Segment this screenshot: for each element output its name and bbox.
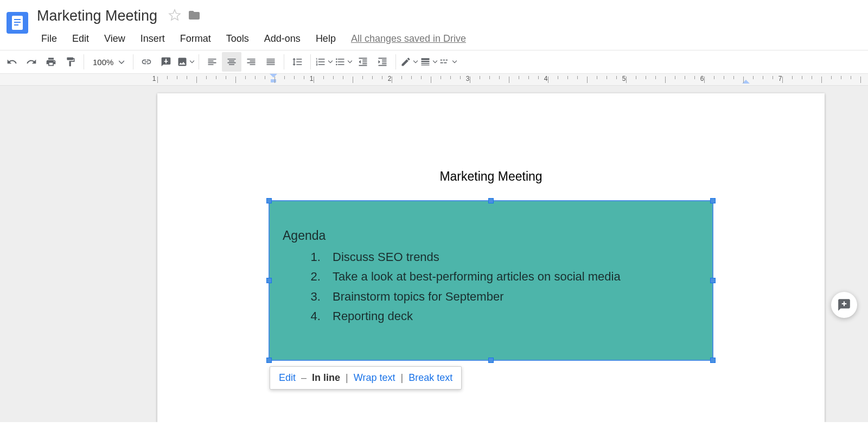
page-title: Marketing Meeting	[212, 169, 770, 184]
menu-help[interactable]: Help	[308, 30, 343, 48]
left-indent-marker[interactable]	[270, 74, 277, 84]
ruler-number: 6	[700, 75, 704, 82]
list-item: Brainstorm topics for September	[324, 287, 699, 307]
resize-handle[interactable]	[488, 198, 494, 203]
svg-rect-8	[446, 60, 448, 61]
ruler-number: 1	[310, 75, 314, 82]
ruler-number: 3	[466, 75, 470, 82]
header-main: Marketing Meeting File Edit View Insert …	[34, 4, 868, 50]
agenda-label: Agenda	[283, 228, 699, 243]
undo-button[interactable]	[2, 52, 22, 72]
ruler[interactable]: 1 1 2 3 4 5 6 7	[0, 74, 868, 86]
ruler-number: 7	[778, 75, 782, 82]
resize-handle[interactable]	[488, 358, 494, 363]
title-row: Marketing Meeting	[34, 4, 868, 28]
decrease-indent-button[interactable]	[353, 52, 373, 72]
svg-rect-9	[441, 62, 443, 63]
redo-button[interactable]	[22, 52, 41, 72]
ruler-number: 1	[152, 75, 156, 82]
menu-edit[interactable]: Edit	[65, 30, 97, 48]
svg-rect-13	[842, 303, 847, 304]
svg-rect-2	[14, 22, 21, 23]
menu-format[interactable]: Format	[173, 30, 219, 48]
align-justify-button[interactable]	[261, 52, 280, 72]
docs-logo[interactable]	[7, 12, 28, 34]
menu-tools[interactable]: Tools	[219, 30, 257, 48]
line-spacing-button[interactable]	[288, 52, 307, 72]
svg-rect-3	[14, 24, 18, 26]
bulleted-list-button[interactable]	[334, 52, 353, 72]
align-left-button[interactable]	[202, 52, 222, 72]
clear-formatting-button[interactable]	[399, 52, 419, 72]
toolbar: 100%	[0, 50, 868, 74]
canvas-area: Marketing Meeting Agenda Discuss SEO tre…	[0, 86, 868, 422]
resize-handle[interactable]	[710, 358, 716, 363]
resize-handle[interactable]	[266, 278, 272, 283]
separator	[84, 54, 84, 69]
image-button[interactable]	[176, 52, 195, 72]
align-center-button[interactable]	[222, 52, 241, 72]
separator: |	[346, 372, 348, 384]
resize-handle[interactable]	[710, 198, 716, 203]
ruler-number: 5	[622, 75, 626, 82]
menu-insert[interactable]: Insert	[133, 30, 173, 48]
inline-mode[interactable]: In line	[312, 372, 340, 384]
separator	[395, 54, 396, 69]
add-comment-fab[interactable]	[831, 292, 857, 318]
resize-handle[interactable]	[710, 278, 716, 283]
separator	[310, 54, 311, 69]
align-right-button[interactable]	[241, 52, 261, 72]
svg-rect-11	[271, 79, 276, 82]
increase-indent-button[interactable]	[373, 52, 392, 72]
border-dash-button[interactable]	[438, 52, 458, 72]
ruler-number: 2	[388, 75, 392, 82]
separator	[284, 54, 284, 69]
save-status[interactable]: All changes saved in Drive	[351, 33, 466, 44]
dash: –	[301, 372, 307, 384]
list-item: Take a look at best-performing articles …	[324, 267, 699, 286]
separator: |	[400, 372, 403, 384]
comment-button[interactable]	[156, 52, 176, 72]
edit-link[interactable]: Edit	[279, 372, 296, 384]
list-item: Discuss SEO trends	[324, 247, 699, 267]
svg-rect-5	[164, 61, 168, 62]
resize-handle[interactable]	[266, 358, 272, 363]
numbered-list-button[interactable]	[314, 52, 334, 72]
print-button[interactable]	[41, 52, 61, 72]
zoom-dropdown[interactable]: 100%	[87, 58, 130, 67]
selected-drawing[interactable]: Agenda Discuss SEO trends Take a look at…	[269, 200, 713, 361]
separator	[133, 54, 133, 69]
folder-icon[interactable]	[188, 9, 201, 24]
svg-rect-7	[443, 60, 445, 61]
agenda-list: Discuss SEO trends Take a look at best-p…	[283, 247, 699, 326]
svg-rect-10	[444, 62, 447, 63]
svg-rect-1	[14, 19, 21, 20]
chevron-down-icon	[119, 58, 124, 67]
menu-view[interactable]: View	[97, 30, 133, 48]
zoom-value: 100%	[93, 58, 113, 67]
menu-addons[interactable]: Add-ons	[257, 30, 308, 48]
break-text-link[interactable]: Break text	[409, 372, 452, 384]
ruler-number: 4	[544, 75, 548, 82]
paint-format-button[interactable]	[61, 52, 80, 72]
resize-handle[interactable]	[266, 198, 272, 203]
separator	[199, 54, 199, 69]
app-header: Marketing Meeting File Edit View Insert …	[0, 0, 868, 50]
document-title[interactable]: Marketing Meeting	[34, 7, 161, 26]
wrap-text-link[interactable]: Wrap text	[354, 372, 395, 384]
menu-file[interactable]: File	[34, 30, 65, 48]
menu-bar: File Edit View Insert Format Tools Add-o…	[34, 28, 868, 50]
drawing-content: Agenda Discuss SEO trends Take a look at…	[270, 201, 712, 326]
border-weight-button[interactable]	[419, 52, 438, 72]
svg-rect-6	[441, 60, 442, 61]
link-button[interactable]	[137, 52, 156, 72]
document-page[interactable]: Marketing Meeting Agenda Discuss SEO tre…	[157, 93, 825, 422]
list-item: Reporting deck	[324, 307, 699, 326]
star-icon[interactable]	[168, 9, 181, 24]
image-options-toolbar: Edit – In line | Wrap text | Break text	[270, 366, 462, 390]
